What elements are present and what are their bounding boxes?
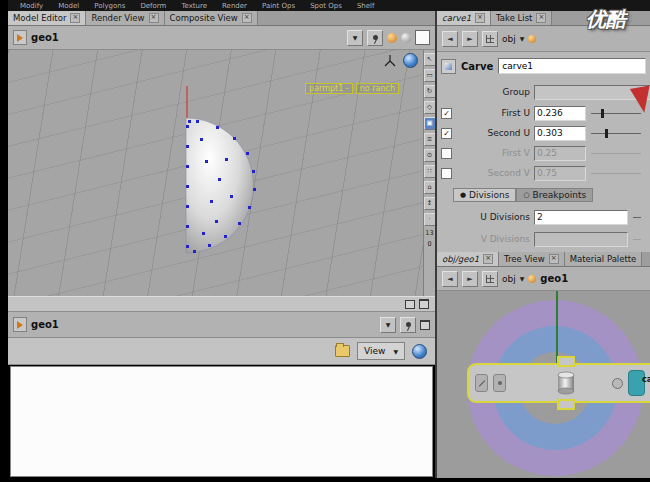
view-dropdown[interactable]: View ▼ bbox=[357, 342, 405, 360]
3d-viewport[interactable]: parmpt1 - no ranch bbox=[8, 50, 423, 296]
pan-view-icon[interactable]: ↕ bbox=[424, 197, 436, 210]
input-connector[interactable] bbox=[557, 356, 575, 367]
carve-node[interactable] bbox=[467, 363, 650, 403]
home-view-icon[interactable]: ⌂ bbox=[424, 181, 436, 194]
edit-point[interactable] bbox=[186, 125, 189, 128]
edit-point[interactable] bbox=[193, 250, 196, 253]
tab-composite-view[interactable]: Composite View× bbox=[165, 11, 258, 25]
tab-render-view[interactable]: Render View× bbox=[86, 11, 164, 25]
edit-point[interactable] bbox=[230, 195, 233, 198]
edit-point[interactable] bbox=[200, 138, 203, 141]
first-u-checkbox[interactable]: ✓ bbox=[441, 108, 452, 119]
select-arrow-icon[interactable]: ↖ bbox=[424, 53, 436, 66]
edit-point[interactable] bbox=[248, 206, 251, 209]
edit-point[interactable] bbox=[233, 137, 236, 140]
help-globe-icon[interactable] bbox=[412, 344, 427, 359]
tab-tree-view[interactable]: Tree View× bbox=[499, 252, 565, 266]
pivot-tool-icon[interactable]: ⊙ bbox=[424, 149, 436, 162]
edit-point[interactable] bbox=[186, 245, 189, 248]
menu-options-icon[interactable]: ≡ bbox=[424, 133, 436, 146]
path-dropdown-button[interactable]: ▼ bbox=[380, 317, 396, 333]
edit-point[interactable] bbox=[186, 205, 189, 208]
menu-item-polygons[interactable]: Polygons bbox=[94, 2, 125, 10]
pin-button[interactable] bbox=[367, 30, 383, 46]
edit-point[interactable] bbox=[210, 200, 213, 203]
edit-point[interactable] bbox=[246, 152, 249, 155]
network-editor[interactable]: ca bbox=[437, 291, 650, 478]
tumble-view-icon[interactable]: ↻ bbox=[424, 85, 436, 98]
tab-material-palette[interactable]: Material Palette bbox=[565, 252, 643, 266]
breakpoints-radio[interactable]: ○ Breakpoints bbox=[516, 188, 593, 202]
menu-item-render[interactable]: Render bbox=[222, 2, 247, 10]
edit-point[interactable] bbox=[205, 160, 208, 163]
shading-sphere-icon[interactable] bbox=[401, 33, 411, 43]
menu-item-modify[interactable]: Modify bbox=[20, 2, 43, 10]
second-u-checkbox[interactable]: ✓ bbox=[441, 128, 452, 139]
tab-close-icon[interactable]: × bbox=[149, 13, 159, 23]
tab-model-editor[interactable]: Model Editor× bbox=[8, 11, 86, 25]
tab-close-icon[interactable]: × bbox=[549, 254, 559, 264]
tab-close-icon[interactable]: × bbox=[242, 13, 252, 23]
u-divisions-slider[interactable] bbox=[633, 217, 641, 218]
split-pane-icon[interactable] bbox=[420, 320, 430, 330]
nav-back-button[interactable]: ◄ bbox=[442, 271, 458, 287]
edit-point[interactable] bbox=[252, 170, 255, 173]
edit-point[interactable] bbox=[202, 232, 205, 235]
carved-hemisphere[interactable] bbox=[186, 118, 254, 253]
render-flag-icon[interactable] bbox=[612, 378, 623, 389]
chevron-down-icon[interactable]: ▼ bbox=[520, 35, 525, 42]
nav-forward-button[interactable]: ► bbox=[462, 31, 478, 47]
menu-item-shelf[interactable]: Shelf bbox=[357, 2, 375, 10]
node-name-input[interactable] bbox=[498, 58, 646, 74]
edit-point[interactable] bbox=[225, 158, 228, 161]
bottom-left-content-area[interactable] bbox=[10, 366, 433, 477]
edit-point[interactable] bbox=[238, 222, 241, 225]
pane-divider-bar[interactable] bbox=[8, 296, 435, 312]
chevron-down-icon[interactable]: ▼ bbox=[520, 275, 525, 282]
menu-item-spot-ops[interactable]: Spot Ops bbox=[310, 2, 342, 10]
axis-gnomon-icon[interactable] bbox=[383, 54, 397, 68]
maximize-pane-icon[interactable] bbox=[405, 300, 415, 309]
tab-carve1[interactable]: carve1× bbox=[437, 11, 491, 25]
path-node-name[interactable]: geo1 bbox=[540, 273, 568, 284]
edit-point[interactable] bbox=[224, 235, 227, 238]
path-dropdown-button[interactable]: ▼ bbox=[347, 30, 363, 46]
first-u-input[interactable] bbox=[534, 106, 586, 121]
more-tools-icon[interactable]: · bbox=[424, 213, 436, 226]
help-globe-icon[interactable] bbox=[403, 53, 418, 68]
nav-forward-button[interactable]: ► bbox=[462, 271, 478, 287]
edit-point[interactable] bbox=[186, 185, 189, 188]
menu-item-deform[interactable]: Deform bbox=[140, 2, 166, 10]
path-context[interactable]: obj bbox=[502, 274, 516, 284]
shaded-mode-icon[interactable]: ▣ bbox=[424, 117, 436, 130]
tab-close-icon[interactable]: × bbox=[475, 13, 485, 23]
node-flag-icon[interactable] bbox=[13, 30, 27, 45]
edit-point[interactable] bbox=[253, 188, 256, 191]
split-pane-icon[interactable] bbox=[419, 299, 429, 309]
tab-obj-geo1[interactable]: obj/geo1× bbox=[437, 252, 499, 266]
tab-take-list[interactable]: Take List× bbox=[491, 11, 552, 25]
edit-point[interactable] bbox=[186, 165, 189, 168]
menu-item-texture[interactable]: Texture bbox=[181, 2, 207, 10]
path-context[interactable]: obj bbox=[502, 34, 516, 44]
menu-item-paint-ops[interactable]: Paint Ops bbox=[262, 2, 295, 10]
lock-flag-icon[interactable] bbox=[493, 374, 506, 392]
edit-point[interactable] bbox=[186, 145, 189, 148]
tab-close-icon[interactable]: × bbox=[536, 13, 546, 23]
edit-point[interactable] bbox=[208, 244, 211, 247]
edit-point[interactable] bbox=[186, 225, 189, 228]
pin-button[interactable] bbox=[400, 317, 416, 333]
second-v-checkbox[interactable] bbox=[441, 168, 452, 179]
network-grid-icon[interactable] bbox=[482, 31, 498, 47]
edit-point[interactable] bbox=[218, 178, 221, 181]
divisions-radio[interactable]: ● Divisions bbox=[453, 188, 516, 202]
edit-point[interactable] bbox=[188, 120, 191, 123]
edit-point[interactable] bbox=[215, 220, 218, 223]
second-u-slider[interactable] bbox=[591, 133, 641, 134]
color-swatch-icon[interactable] bbox=[415, 30, 430, 45]
snap-mode-icon[interactable]: ◇ bbox=[424, 101, 436, 114]
menu-item-model[interactable]: Model bbox=[58, 2, 79, 10]
edit-point[interactable] bbox=[196, 120, 199, 123]
first-v-checkbox[interactable] bbox=[441, 148, 452, 159]
network-grid-icon[interactable] bbox=[482, 271, 498, 287]
